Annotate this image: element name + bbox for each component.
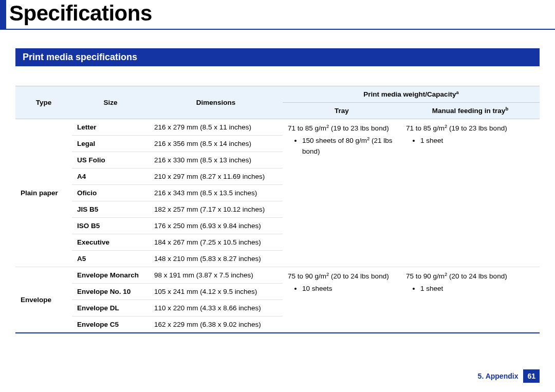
size-cell: A5 <box>72 251 149 267</box>
manual-capacity-cell: 75 to 90 g/m2 (20 to 24 lbs bond)1 sheet <box>401 267 540 333</box>
tray-capacity-cell: 75 to 90 g/m2 (20 to 24 lbs bond)10 shee… <box>283 267 401 333</box>
dimensions-cell: 162 x 229 mm (6.38 x 9.02 inches) <box>149 316 283 333</box>
footer-section-label: 5. Appendix <box>478 372 519 380</box>
col-type: Type <box>15 86 72 119</box>
capacity-group-sup: a <box>456 89 458 95</box>
section-header: Print media specifications <box>15 48 540 66</box>
manual-label: Manual feeding in tray <box>432 107 506 115</box>
dimensions-cell: 105 x 241 mm (4.12 x 9.5 inches) <box>149 284 283 300</box>
dimensions-cell: 110 x 220 mm (4.33 x 8.66 inches) <box>149 300 283 316</box>
col-size: Size <box>72 86 149 119</box>
col-capacity-group: Print media weight/Capacitya <box>283 86 540 103</box>
size-cell: Executive <box>72 234 149 251</box>
page-title-block: Specifications <box>0 0 555 29</box>
page-number: 61 <box>523 369 540 383</box>
manual-capacity-cell: 71 to 85 g/m2 (19 to 23 lbs bond)1 sheet <box>401 119 540 267</box>
col-manual: Manual feeding in trayb <box>401 103 540 119</box>
page-title: Specifications <box>9 0 152 29</box>
page-footer: 5. Appendix 61 <box>478 369 540 383</box>
size-cell: Oficio <box>72 185 149 201</box>
tray-capacity-cell: 71 to 85 g/m2 (19 to 23 lbs bond)150 she… <box>283 119 401 267</box>
type-cell: Envelope <box>15 267 72 333</box>
size-cell: Envelope No. 10 <box>72 284 149 300</box>
dimensions-cell: 210 x 297 mm (8.27 x 11.69 inches) <box>149 169 283 185</box>
dimensions-cell: 216 x 356 mm (8.5 x 14 inches) <box>149 136 283 152</box>
col-tray: Tray <box>283 103 401 119</box>
col-dimensions: Dimensions <box>149 86 283 119</box>
size-cell: Envelope C5 <box>72 316 149 333</box>
dimensions-cell: 184 x 267 mm (7.25 x 10.5 inches) <box>149 234 283 251</box>
table-row: EnvelopeEnvelope Monarch98 x 191 mm (3.8… <box>15 267 540 284</box>
table-row: Plain paperLetter216 x 279 mm (8.5 x 11 … <box>15 119 540 136</box>
specs-table: Type Size Dimensions Print media weight/… <box>15 86 540 333</box>
size-cell: Letter <box>72 119 149 136</box>
type-cell: Plain paper <box>15 119 72 267</box>
title-accent-bar <box>0 0 6 29</box>
size-cell: JIS B5 <box>72 201 149 218</box>
size-cell: Legal <box>72 136 149 152</box>
size-cell: US Folio <box>72 152 149 169</box>
size-cell: ISO B5 <box>72 218 149 234</box>
capacity-group-label: Print media weight/Capacity <box>363 90 456 98</box>
dimensions-cell: 216 x 330 mm (8.5 x 13 inches) <box>149 152 283 169</box>
dimensions-cell: 148 x 210 mm (5.83 x 8.27 inches) <box>149 251 283 267</box>
title-underline <box>0 29 555 30</box>
dimensions-cell: 176 x 250 mm (6.93 x 9.84 inches) <box>149 218 283 234</box>
size-cell: Envelope DL <box>72 300 149 316</box>
dimensions-cell: 216 x 279 mm (8.5 x 11 inches) <box>149 119 283 136</box>
dimensions-cell: 182 x 257 mm (7.17 x 10.12 inches) <box>149 201 283 218</box>
size-cell: Envelope Monarch <box>72 267 149 284</box>
dimensions-cell: 216 x 343 mm (8.5 x 13.5 inches) <box>149 185 283 201</box>
size-cell: A4 <box>72 169 149 185</box>
dimensions-cell: 98 x 191 mm (3.87 x 7.5 inches) <box>149 267 283 284</box>
manual-sup: b <box>505 106 508 111</box>
